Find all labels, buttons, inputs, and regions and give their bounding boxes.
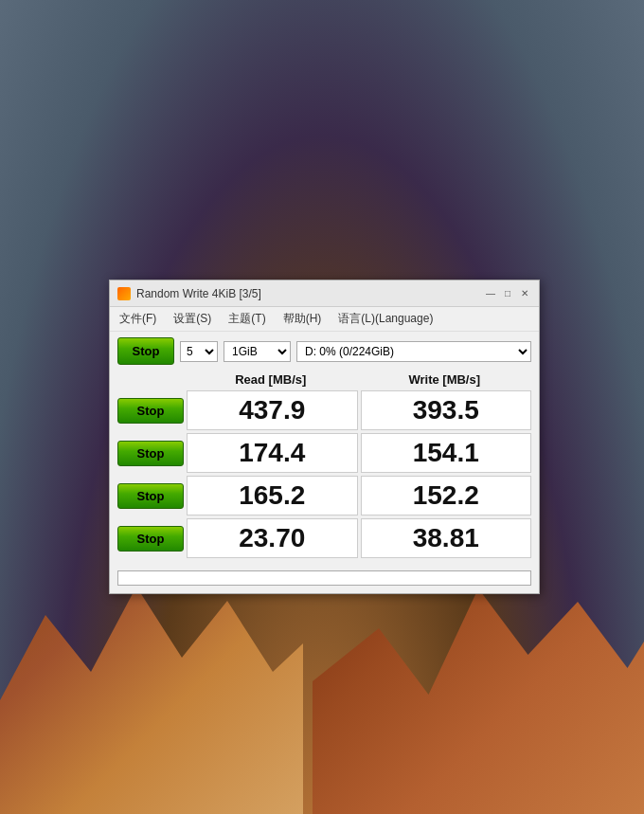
title-bar-left: Random Write 4KiB [3/5] xyxy=(117,287,261,300)
menu-help[interactable]: 帮助(H) xyxy=(281,310,324,328)
table-row: Stop 165.2 152.2 xyxy=(117,476,531,516)
size-select[interactable]: 1GiB 512MiB 2GiB xyxy=(224,341,291,362)
menu-settings[interactable]: 设置(S) xyxy=(171,310,213,328)
app-window: Random Write 4KiB [3/5] — □ ✕ 文件(F) 设置(S… xyxy=(109,280,540,594)
table-row: Stop 437.9 393.5 xyxy=(117,390,531,430)
maximize-button[interactable]: □ xyxy=(501,287,514,300)
read-value-row2: 174.4 xyxy=(187,433,358,473)
count-select[interactable]: 5 1 3 10 xyxy=(180,341,218,362)
toolbar: Stop 5 1 3 10 1GiB 512MiB 2GiB D: 0% (0/… xyxy=(110,332,539,371)
title-bar-controls: — □ ✕ xyxy=(484,287,531,300)
title-bar: Random Write 4KiB [3/5] — □ ✕ xyxy=(110,280,539,307)
table-row: Stop 174.4 154.1 xyxy=(117,433,531,473)
app-icon xyxy=(117,287,131,300)
write-value-row4: 38.81 xyxy=(361,518,532,558)
menu-theme[interactable]: 主题(T) xyxy=(226,310,267,328)
main-stop-button[interactable]: Stop xyxy=(117,337,174,365)
drive-select[interactable]: D: 0% (0/224GiB) xyxy=(296,341,531,362)
menu-file[interactable]: 文件(F) xyxy=(117,310,158,328)
read-value-row4: 23.70 xyxy=(187,518,358,558)
col-header-label xyxy=(117,372,184,387)
stop-button-row4[interactable]: Stop xyxy=(117,526,184,552)
read-value-row3: 165.2 xyxy=(187,476,358,516)
write-value-row1: 393.5 xyxy=(361,390,532,430)
close-button[interactable]: ✕ xyxy=(518,287,531,300)
progress-area xyxy=(110,567,539,593)
table-header-row: Read [MB/s] Write [MB/s] xyxy=(117,371,531,389)
menu-bar: 文件(F) 设置(S) 主题(T) 帮助(H) 语言(L)(Language) xyxy=(110,307,539,332)
stop-button-row1[interactable]: Stop xyxy=(117,398,184,424)
col-header-read: Read [MB/s] xyxy=(184,372,358,387)
stop-button-row2[interactable]: Stop xyxy=(117,441,184,466)
stop-button-row3[interactable]: Stop xyxy=(117,483,184,509)
window-title: Random Write 4KiB [3/5] xyxy=(136,287,261,300)
col-header-write: Write [MB/s] xyxy=(358,372,532,387)
menu-language[interactable]: 语言(L)(Language) xyxy=(336,310,435,328)
read-value-row1: 437.9 xyxy=(187,390,358,430)
progress-bar xyxy=(117,570,531,586)
benchmark-table: Read [MB/s] Write [MB/s] Stop 437.9 393.… xyxy=(110,371,539,567)
table-row: Stop 23.70 38.81 xyxy=(117,518,531,558)
minimize-button[interactable]: — xyxy=(484,287,497,300)
write-value-row2: 154.1 xyxy=(361,433,532,473)
write-value-row3: 152.2 xyxy=(361,476,532,516)
